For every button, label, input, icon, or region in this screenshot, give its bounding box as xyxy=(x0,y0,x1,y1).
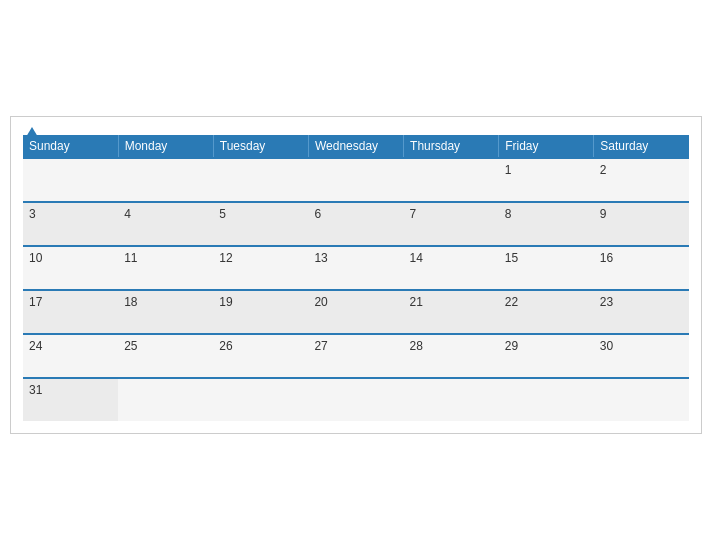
calendar-cell xyxy=(499,378,594,421)
day-number: 9 xyxy=(600,207,607,221)
calendar-cell xyxy=(308,378,403,421)
day-number: 29 xyxy=(505,339,518,353)
day-number: 24 xyxy=(29,339,42,353)
calendar-cell: 22 xyxy=(499,290,594,334)
day-number: 20 xyxy=(314,295,327,309)
calendar-cell: 30 xyxy=(594,334,689,378)
day-number: 7 xyxy=(410,207,417,221)
day-number: 18 xyxy=(124,295,137,309)
calendar-cell: 1 xyxy=(499,158,594,202)
calendar-cell: 13 xyxy=(308,246,403,290)
day-number: 14 xyxy=(410,251,423,265)
day-number: 30 xyxy=(600,339,613,353)
calendar-cell xyxy=(594,378,689,421)
calendar-cell: 12 xyxy=(213,246,308,290)
weekday-header-wednesday: Wednesday xyxy=(308,135,403,158)
calendar-cell: 19 xyxy=(213,290,308,334)
calendar-grid: SundayMondayTuesdayWednesdayThursdayFrid… xyxy=(23,135,689,421)
weekday-header-row: SundayMondayTuesdayWednesdayThursdayFrid… xyxy=(23,135,689,158)
day-number: 3 xyxy=(29,207,36,221)
day-number: 6 xyxy=(314,207,321,221)
calendar-cell xyxy=(213,158,308,202)
day-number: 17 xyxy=(29,295,42,309)
calendar-cell: 25 xyxy=(118,334,213,378)
calendar-cell: 6 xyxy=(308,202,403,246)
day-number: 15 xyxy=(505,251,518,265)
day-number: 4 xyxy=(124,207,131,221)
weekday-header-monday: Monday xyxy=(118,135,213,158)
calendar-cell: 16 xyxy=(594,246,689,290)
logo xyxy=(23,127,38,137)
calendar-cell: 24 xyxy=(23,334,118,378)
day-number: 1 xyxy=(505,163,512,177)
day-number: 23 xyxy=(600,295,613,309)
calendar-cell: 18 xyxy=(118,290,213,334)
day-number: 5 xyxy=(219,207,226,221)
calendar-cell xyxy=(308,158,403,202)
calendar-cell: 26 xyxy=(213,334,308,378)
calendar-container: SundayMondayTuesdayWednesdayThursdayFrid… xyxy=(10,116,702,434)
calendar-cell: 8 xyxy=(499,202,594,246)
day-number: 12 xyxy=(219,251,232,265)
calendar-cell: 4 xyxy=(118,202,213,246)
day-number: 28 xyxy=(410,339,423,353)
day-number: 10 xyxy=(29,251,42,265)
day-number: 16 xyxy=(600,251,613,265)
calendar-week-row: 31 xyxy=(23,378,689,421)
calendar-cell: 9 xyxy=(594,202,689,246)
weekday-header-sunday: Sunday xyxy=(23,135,118,158)
calendar-cell xyxy=(404,378,499,421)
calendar-cell: 2 xyxy=(594,158,689,202)
calendar-cell: 3 xyxy=(23,202,118,246)
day-number: 8 xyxy=(505,207,512,221)
calendar-body: 1234567891011121314151617181920212223242… xyxy=(23,158,689,421)
weekday-header-tuesday: Tuesday xyxy=(213,135,308,158)
calendar-cell: 27 xyxy=(308,334,403,378)
day-number: 21 xyxy=(410,295,423,309)
logo-blue-text xyxy=(23,127,38,137)
calendar-cell: 15 xyxy=(499,246,594,290)
logo-triangle-icon xyxy=(26,127,38,137)
calendar-cell: 17 xyxy=(23,290,118,334)
day-number: 25 xyxy=(124,339,137,353)
day-number: 22 xyxy=(505,295,518,309)
calendar-cell: 14 xyxy=(404,246,499,290)
day-number: 19 xyxy=(219,295,232,309)
calendar-cell: 31 xyxy=(23,378,118,421)
calendar-cell: 7 xyxy=(404,202,499,246)
weekday-header-friday: Friday xyxy=(499,135,594,158)
day-number: 13 xyxy=(314,251,327,265)
calendar-cell: 5 xyxy=(213,202,308,246)
calendar-week-row: 10111213141516 xyxy=(23,246,689,290)
calendar-cell xyxy=(118,378,213,421)
calendar-week-row: 17181920212223 xyxy=(23,290,689,334)
weekday-header-saturday: Saturday xyxy=(594,135,689,158)
calendar-cell xyxy=(23,158,118,202)
calendar-cell: 21 xyxy=(404,290,499,334)
calendar-cell: 11 xyxy=(118,246,213,290)
calendar-cell xyxy=(404,158,499,202)
calendar-cell: 20 xyxy=(308,290,403,334)
calendar-cell xyxy=(213,378,308,421)
day-number: 31 xyxy=(29,383,42,397)
calendar-cell: 10 xyxy=(23,246,118,290)
calendar-week-row: 12 xyxy=(23,158,689,202)
day-number: 27 xyxy=(314,339,327,353)
calendar-week-row: 24252627282930 xyxy=(23,334,689,378)
calendar-cell xyxy=(118,158,213,202)
calendar-cell: 23 xyxy=(594,290,689,334)
calendar-cell: 29 xyxy=(499,334,594,378)
day-number: 11 xyxy=(124,251,137,265)
weekday-header-thursday: Thursday xyxy=(404,135,499,158)
calendar-cell: 28 xyxy=(404,334,499,378)
calendar-week-row: 3456789 xyxy=(23,202,689,246)
day-number: 26 xyxy=(219,339,232,353)
day-number: 2 xyxy=(600,163,607,177)
